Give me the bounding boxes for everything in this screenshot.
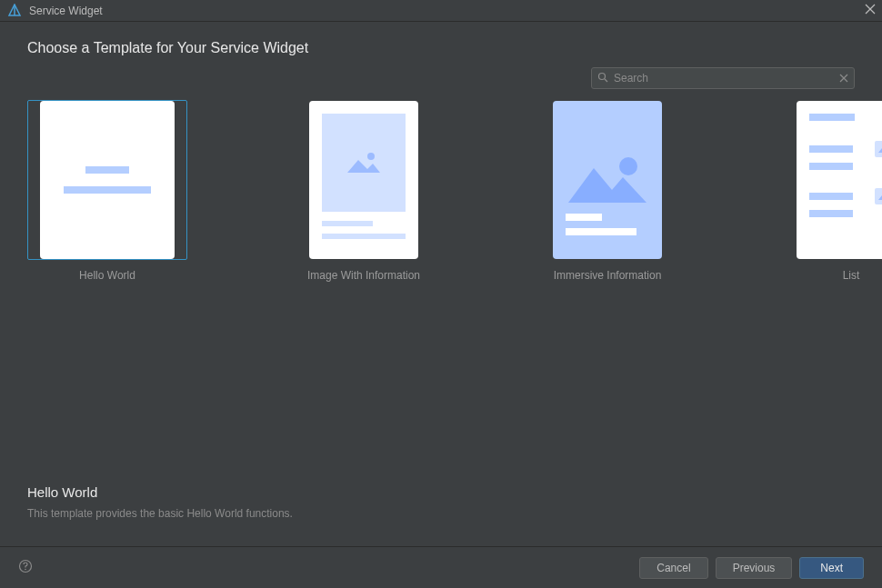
list-row — [809, 210, 882, 217]
clear-icon[interactable] — [839, 70, 848, 86]
titlebar: Service Widget — [0, 0, 882, 22]
thumb-icon — [875, 141, 882, 157]
image-placeholder — [566, 114, 649, 204]
placeholder-line — [809, 210, 853, 217]
template-preview — [553, 101, 662, 259]
list-row — [809, 188, 882, 204]
description-title: Hello World — [27, 484, 293, 500]
placeholder-line — [322, 221, 373, 226]
placeholder-line — [566, 228, 636, 235]
list-row — [809, 141, 882, 157]
svg-line-3 — [605, 79, 607, 82]
app-icon — [7, 4, 22, 18]
page-heading: Choose a Template for Your Service Widge… — [27, 40, 855, 56]
svg-point-6 — [367, 153, 375, 160]
template-image-info: Image With Information — [296, 100, 431, 282]
footer: Cancel Previous Next — [0, 546, 882, 588]
next-button[interactable]: Next — [799, 557, 864, 579]
close-icon[interactable] — [864, 3, 877, 19]
description-panel: Hello World This template provides the b… — [27, 484, 293, 520]
placeholder-line — [809, 114, 855, 121]
placeholder-line — [809, 163, 853, 170]
template-hello-world: Hello World — [27, 100, 187, 282]
footer-buttons: Cancel Previous Next — [639, 557, 864, 579]
template-label: Image With Information — [307, 269, 420, 282]
templates-grid: Hello World Image With Information — [27, 100, 855, 282]
search-box[interactable] — [591, 67, 855, 89]
cancel-button[interactable]: Cancel — [639, 557, 707, 579]
svg-point-11 — [25, 568, 26, 570]
previous-button[interactable]: Previous — [716, 557, 793, 579]
list-row — [809, 163, 882, 170]
placeholder-line — [64, 186, 151, 194]
placeholder-line — [85, 166, 129, 174]
svg-point-2 — [599, 74, 606, 80]
template-label: Hello World — [79, 269, 135, 282]
template-label: List — [843, 269, 860, 282]
template-preview — [797, 101, 882, 259]
description-text: This template provides the basic Hello W… — [27, 507, 293, 520]
placeholder-line — [322, 234, 406, 239]
template-preview — [309, 101, 418, 259]
template-card-hello-world[interactable] — [27, 100, 187, 260]
placeholder-line — [809, 145, 853, 153]
placeholder-line — [809, 193, 853, 200]
image-placeholder — [322, 114, 406, 212]
content-area: Choose a Template for Your Service Widge… — [0, 22, 882, 282]
template-preview — [40, 101, 175, 259]
template-label: Immersive Information — [554, 269, 662, 282]
thumb-icon — [875, 188, 882, 204]
help-icon[interactable] — [18, 559, 33, 577]
placeholder-line — [566, 214, 602, 221]
svg-point-7 — [619, 157, 637, 175]
search-icon — [597, 70, 608, 86]
template-card-immersive[interactable] — [540, 100, 675, 260]
template-list: List — [784, 100, 882, 282]
window-title: Service Widget — [29, 5, 103, 17]
template-card-list[interactable] — [784, 100, 882, 260]
search-input[interactable] — [614, 72, 834, 85]
template-card-image-info[interactable] — [296, 100, 431, 260]
template-immersive: Immersive Information — [540, 100, 675, 282]
search-row — [27, 67, 855, 89]
